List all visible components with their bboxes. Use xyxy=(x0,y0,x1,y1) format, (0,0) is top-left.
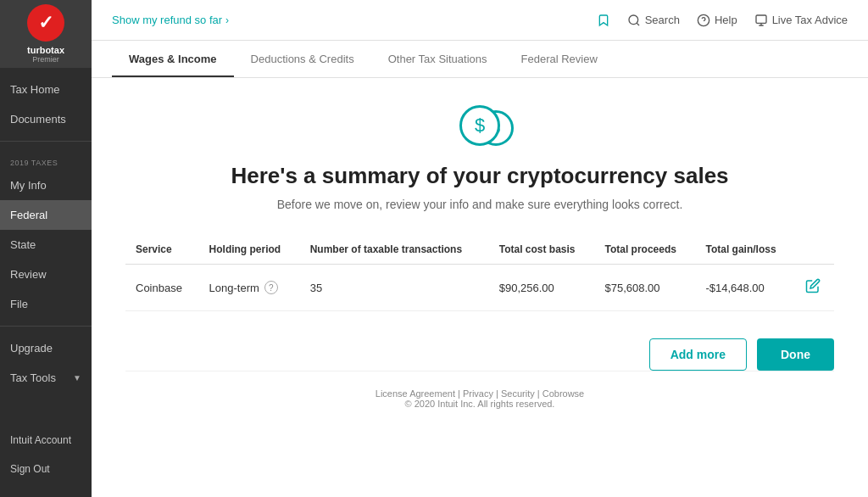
col-header-actions xyxy=(795,235,834,265)
tabs: Wages & Income Deductions & Credits Othe… xyxy=(92,41,868,78)
footer-link-privacy[interactable]: Privacy xyxy=(463,388,493,399)
hero-subtitle: Before we move on, review your info and … xyxy=(125,198,834,211)
live-advice-label: Live Tax Advice xyxy=(772,14,848,26)
help-icon xyxy=(697,14,710,27)
help-button[interactable]: Help xyxy=(697,14,737,27)
footer-link-license[interactable]: License Agreement xyxy=(376,388,455,399)
tab-other-tax-situations[interactable]: Other Tax Situations xyxy=(371,41,504,77)
col-header-proceeds: Total proceeds xyxy=(595,235,696,265)
crypto-icon-wrap: $ $ xyxy=(459,105,500,146)
live-advice-button[interactable]: Live Tax Advice xyxy=(754,14,848,27)
hero-section: $ $ Here's a summary of your cryptocurre… xyxy=(125,105,834,211)
topbar-left: Show my refund so far › xyxy=(112,14,229,26)
svg-point-0 xyxy=(629,15,638,25)
cell-holding-period: Long-term ? xyxy=(199,265,300,311)
sidebar-item-federal[interactable]: Federal xyxy=(0,200,92,230)
col-header-gain-loss: Total gain/loss xyxy=(695,235,794,265)
search-button[interactable]: Search xyxy=(627,14,680,27)
cell-service: Coinbase xyxy=(125,265,199,311)
live-advice-icon xyxy=(754,14,768,27)
sidebar-item-state[interactable]: State xyxy=(0,230,92,260)
col-header-transactions: Number of taxable transactions xyxy=(300,235,489,265)
crypto-summary-table: Service Holding period Number of taxable… xyxy=(125,235,834,311)
chevron-right-icon: › xyxy=(225,14,229,26)
search-icon xyxy=(627,14,641,27)
cell-cost-basis: $90,256.00 xyxy=(489,265,595,311)
bookmark-button[interactable] xyxy=(597,14,610,27)
page-title: Here's a summary of your cryptocurrency … xyxy=(125,163,834,189)
show-refund-text: Show my refund so far xyxy=(112,14,222,26)
sidebar-item-upgrade[interactable]: Upgrade xyxy=(0,333,92,363)
sidebar-section-2019taxes: 2019 TAXES xyxy=(0,148,92,170)
col-header-service: Service xyxy=(125,235,199,265)
chevron-down-icon: ▼ xyxy=(73,373,81,383)
sidebar-item-sign-out[interactable]: Sign Out xyxy=(0,455,92,483)
turbotax-check-icon: ✓ xyxy=(27,4,64,42)
tab-wages-income[interactable]: Wages & Income xyxy=(112,41,234,77)
footer-link-cobrowse[interactable]: Cobrowse xyxy=(542,388,585,399)
edit-icon[interactable] xyxy=(805,282,821,296)
search-label: Search xyxy=(645,14,680,26)
sidebar-item-tax-tools[interactable]: Tax Tools ▼ xyxy=(0,363,92,393)
holding-period-help-icon[interactable]: ? xyxy=(264,281,278,294)
sidebar-item-file[interactable]: File xyxy=(0,289,92,319)
cell-proceeds: $75,608.00 xyxy=(595,265,696,311)
cell-transactions: 35 xyxy=(300,265,489,311)
footer: License Agreement | Privacy | Security |… xyxy=(125,371,834,426)
holding-period-value: Long-term xyxy=(209,282,259,294)
footer-copyright: © 2020 Intuit Inc. All rights reserved. xyxy=(142,399,817,409)
crypto-icon-container: $ $ xyxy=(125,105,834,153)
sidebar-item-review[interactable]: Review xyxy=(0,260,92,289)
footer-links: License Agreement | Privacy | Security |… xyxy=(142,388,817,399)
svg-line-1 xyxy=(637,23,639,25)
brand-name: turbotax xyxy=(27,45,64,55)
col-header-holding-period: Holding period xyxy=(199,235,300,265)
tab-federal-review[interactable]: Federal Review xyxy=(504,41,615,77)
page-content: $ $ Here's a summary of your cryptocurre… xyxy=(92,78,868,497)
help-label: Help xyxy=(715,14,737,26)
topbar: Show my refund so far › Search Help Live… xyxy=(92,0,868,41)
sidebar: ✓ turbotax Premier Tax Home Documents 20… xyxy=(0,0,92,497)
main-content: Show my refund so far › Search Help Live… xyxy=(92,0,868,497)
tab-deductions-credits[interactable]: Deductions & Credits xyxy=(234,41,371,77)
table-row: Coinbase Long-term ? 35 $90,256.00 $75,6… xyxy=(125,265,834,311)
brand-edition: Premier xyxy=(32,55,59,64)
coin-main-icon: $ xyxy=(459,105,500,146)
cell-edit xyxy=(795,265,834,311)
sidebar-bottom: Intuit Account Sign Out xyxy=(0,426,92,497)
footer-link-security[interactable]: Security xyxy=(501,388,535,399)
cell-gain-loss: -$14,648.00 xyxy=(695,265,794,311)
sidebar-logo: ✓ turbotax Premier xyxy=(0,0,92,68)
sidebar-item-tax-home[interactable]: Tax Home xyxy=(0,75,92,104)
sidebar-navigation: Tax Home Documents 2019 TAXES My Info Fe… xyxy=(0,68,92,426)
add-more-button[interactable]: Add more xyxy=(649,338,747,371)
sidebar-item-tax-tools-label: Tax Tools xyxy=(10,371,56,384)
show-refund-link[interactable]: Show my refund so far › xyxy=(112,14,229,26)
col-header-cost-basis: Total cost basis xyxy=(489,235,595,265)
sidebar-item-documents[interactable]: Documents xyxy=(0,104,92,134)
sidebar-item-intuit-account[interactable]: Intuit Account xyxy=(0,426,92,455)
done-button[interactable]: Done xyxy=(757,338,834,371)
sidebar-item-my-info[interactable]: My Info xyxy=(0,170,92,200)
topbar-right: Search Help Live Tax Advice xyxy=(597,14,848,27)
bookmark-icon xyxy=(597,14,610,27)
action-buttons: Add more Done xyxy=(125,332,834,371)
svg-rect-4 xyxy=(756,15,766,23)
